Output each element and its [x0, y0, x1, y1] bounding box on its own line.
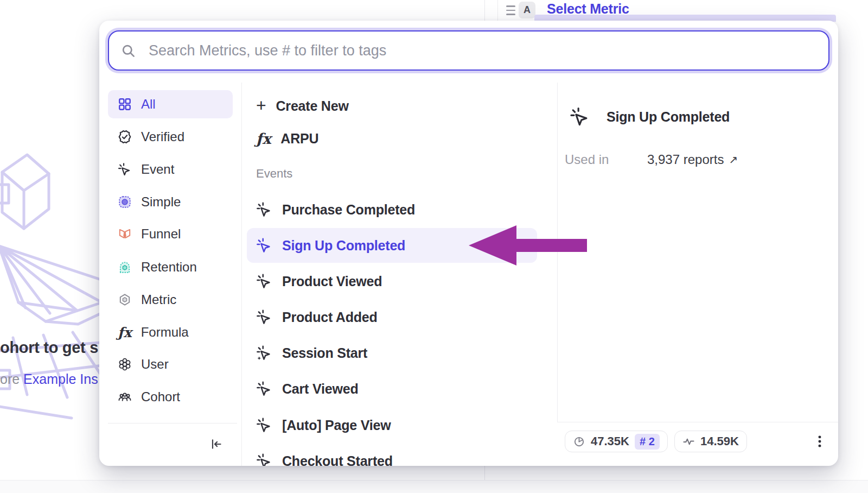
verified-seal-icon: [118, 130, 132, 144]
onboarding-heading: ohort to get s: [0, 339, 98, 357]
rank-badge: # 2: [635, 434, 660, 450]
search-icon: [121, 43, 136, 58]
event-spark-icon: [118, 162, 132, 176]
screen: ohort to get s ore Example Ins A Select …: [0, 0, 868, 493]
grid-icon: [118, 97, 132, 111]
used-in-label: Used in: [565, 152, 609, 167]
list-item-cart-viewed[interactable]: Cart Viewed: [247, 371, 537, 406]
total-count-chip[interactable]: 47.35K # 2: [565, 431, 668, 452]
formula-fx-icon: ƒx: [256, 131, 271, 146]
event-spark-icon: [570, 106, 590, 127]
create-new-button[interactable]: + Create New: [247, 91, 537, 121]
sidebar-item-funnel[interactable]: Funnel: [108, 220, 233, 248]
list-item-label: Session Start: [282, 345, 367, 361]
formula-fx-icon: ƒx: [118, 326, 132, 339]
funnel-icon: [118, 227, 132, 241]
event-spark-icon: [256, 453, 272, 466]
retention-icon: [118, 260, 132, 274]
sidebar-item-simple[interactable]: Simple: [108, 188, 233, 216]
sidebar-item-label: Metric: [141, 292, 176, 307]
user-cluster-icon: [118, 357, 132, 371]
chip-value: 14.59K: [700, 434, 739, 448]
detail-footer-divider: [557, 422, 838, 422]
clause-letter-badge[interactable]: A: [519, 2, 535, 18]
sidebar-footer-divider: [108, 423, 237, 424]
chip-value: 47.35K: [591, 434, 629, 448]
event-spark-icon: [256, 273, 272, 289]
sidebar-item-event[interactable]: Event: [108, 155, 233, 184]
list-item-label: Product Added: [282, 309, 378, 325]
sidebar-item-label: Event: [141, 162, 174, 177]
sidebar-item-metric[interactable]: Metric: [108, 286, 233, 314]
list-item-label: Purchase Completed: [282, 202, 415, 218]
list-item-product-added[interactable]: Product Added: [247, 300, 537, 334]
list-item-label: Cart Viewed: [282, 381, 358, 397]
list-item-checkout-started[interactable]: Checkout Started: [247, 444, 537, 466]
cohort-people-icon: [118, 390, 132, 404]
list-item-label: Sign Up Completed: [282, 238, 405, 254]
list-item-label: ARPU: [280, 131, 318, 147]
bottom-strip: [0, 480, 868, 493]
panel-divider-2: [497, 0, 498, 21]
sidebar-item-label: Retention: [141, 260, 197, 275]
sidebar-item-label: All: [141, 97, 156, 112]
sidebar-item-label: Cohort: [141, 389, 180, 404]
collapse-left-icon: [209, 437, 224, 451]
sidebar-item-verified[interactable]: Verified: [108, 123, 233, 151]
list-item-label: Product Viewed: [282, 274, 382, 289]
pie-chart-icon: [573, 435, 585, 448]
metric-hexagon-icon: [118, 293, 132, 307]
sidebar-item-formula[interactable]: ƒx Formula: [108, 318, 233, 346]
list-item-label: Checkout Started: [282, 453, 393, 466]
sidebar-item-retention[interactable]: Retention: [108, 253, 233, 281]
activity-count-chip[interactable]: 14.59K: [674, 431, 747, 452]
select-metric-field[interactable]: Select Metric: [547, 1, 629, 17]
sidebar-item-user[interactable]: User: [108, 350, 233, 378]
list-item-label: [Auto] Page View: [282, 418, 391, 433]
search-box[interactable]: [108, 30, 829, 71]
sidebar-item-all[interactable]: All: [108, 90, 233, 118]
event-spark-icon: [256, 201, 272, 218]
kebab-menu-icon: [813, 434, 827, 448]
sidebar-item-label: Verified: [141, 129, 184, 144]
used-in-reports-link[interactable]: 3,937 reports ↗: [647, 152, 738, 167]
custom-event-spark-icon: [256, 345, 272, 361]
sidebar-item-cohort[interactable]: Cohort: [108, 383, 233, 411]
sidebar-item-label: Formula: [141, 325, 189, 340]
pulse-icon: [682, 435, 695, 448]
onboarding-subtext-prefix: ore: [0, 371, 23, 387]
list-item-arpu[interactable]: ƒx ARPU: [247, 123, 537, 154]
detail-title: Sign Up Completed: [607, 109, 730, 125]
create-new-label: Create New: [276, 98, 349, 114]
sidebar-item-label: Funnel: [141, 226, 181, 242]
simple-block-icon: [118, 195, 132, 209]
search-input[interactable]: [149, 42, 828, 59]
onboarding-subtext: ore Example Ins: [0, 371, 98, 387]
event-spark-icon: [256, 417, 272, 433]
sidebar-item-label: User: [141, 357, 169, 372]
sidebar-list-divider: [241, 83, 242, 466]
list-item-auto-page-view[interactable]: [Auto] Page View: [247, 408, 537, 443]
external-link-icon: ↗: [729, 153, 738, 166]
background-illustration: [0, 122, 112, 462]
list-item-session-start[interactable]: Session Start: [247, 336, 537, 370]
collapse-sidebar-button[interactable]: [207, 434, 226, 454]
overflow-menu-button[interactable]: [810, 432, 829, 451]
events-section-header: Events: [256, 167, 292, 181]
event-spark-icon: [256, 237, 272, 254]
annotation-arrow: [467, 220, 589, 270]
example-insights-link[interactable]: Example Ins: [23, 371, 98, 387]
event-spark-icon: [256, 381, 272, 397]
reports-count: 3,937 reports: [647, 152, 724, 167]
event-spark-icon: [256, 309, 272, 325]
sidebar-item-label: Simple: [141, 194, 181, 210]
drag-handle-icon[interactable]: [506, 5, 515, 15]
